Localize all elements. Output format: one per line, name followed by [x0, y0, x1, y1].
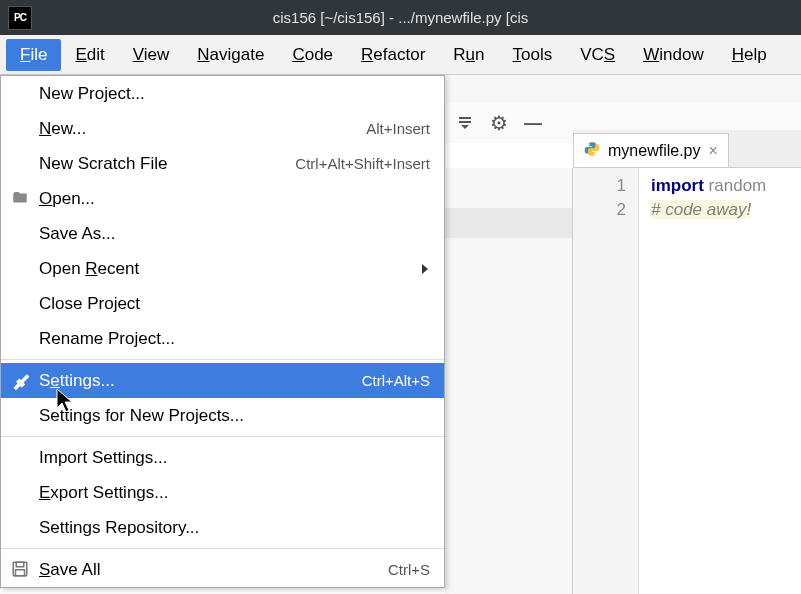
svg-rect-3	[459, 117, 471, 119]
code-editor[interactable]: 1 2 import random # code away!	[573, 168, 801, 594]
svg-rect-2	[16, 569, 25, 575]
python-file-icon	[584, 141, 600, 161]
code-area[interactable]: import random # code away!	[639, 168, 766, 594]
menu-separator	[1, 548, 444, 549]
file-menu-dropdown: New Project... New...Alt+Insert New Scra…	[0, 75, 445, 588]
menu-vcs[interactable]: VCS	[566, 39, 629, 71]
wrench-icon	[11, 371, 31, 391]
code-line: import random	[651, 174, 766, 198]
menu-refactor[interactable]: Refactor	[347, 39, 439, 71]
menu-separator	[1, 436, 444, 437]
collapse-icon[interactable]: —	[521, 111, 545, 135]
menu-rename-project[interactable]: Rename Project...	[1, 321, 444, 356]
menu-tools[interactable]: Tools	[499, 39, 567, 71]
menu-code[interactable]: Code	[278, 39, 347, 71]
menu-edit[interactable]: Edit	[61, 39, 118, 71]
tab-filename: mynewfile.py	[608, 142, 700, 160]
menu-import-settings[interactable]: Import Settings...	[1, 440, 444, 475]
menu-open[interactable]: Open...	[1, 181, 444, 216]
save-icon	[11, 560, 31, 580]
menu-window[interactable]: Window	[629, 39, 717, 71]
app-icon: PC	[8, 6, 32, 30]
menubar: File Edit View Navigate Code Refactor Ru…	[0, 35, 801, 75]
list-item[interactable]	[445, 208, 572, 238]
project-view	[445, 168, 573, 594]
menu-run[interactable]: Run	[439, 39, 498, 71]
menu-separator	[1, 359, 444, 360]
svg-rect-1	[16, 562, 24, 567]
menu-navigate[interactable]: Navigate	[183, 39, 278, 71]
close-icon[interactable]: ×	[708, 142, 717, 160]
code-line: # code away!	[651, 198, 766, 222]
svg-rect-4	[459, 121, 471, 123]
gear-icon[interactable]: ⚙	[487, 111, 511, 135]
menu-help[interactable]: Help	[718, 39, 781, 71]
menu-settings-new-project[interactable]: Settings for New Projects...	[1, 398, 444, 433]
chevron-right-icon	[420, 259, 430, 279]
line-number: 2	[573, 198, 626, 222]
editor-tab[interactable]: mynewfile.py ×	[573, 133, 729, 167]
menu-new-project[interactable]: New Project...	[1, 76, 444, 111]
editor-tabbar: mynewfile.py ×	[573, 130, 801, 168]
menu-file[interactable]: File	[6, 39, 61, 71]
dropdown-arrow-icon[interactable]	[453, 111, 477, 135]
menu-settings[interactable]: Settings... Ctrl+Alt+S	[1, 363, 444, 398]
line-gutter: 1 2	[573, 168, 639, 594]
menu-open-recent[interactable]: Open Recent	[1, 251, 444, 286]
folder-icon	[11, 189, 31, 209]
menu-new[interactable]: New...Alt+Insert	[1, 111, 444, 146]
line-number: 1	[573, 174, 626, 198]
menu-settings-repo[interactable]: Settings Repository...	[1, 510, 444, 545]
menu-view[interactable]: View	[119, 39, 184, 71]
menu-new-scratch[interactable]: New Scratch FileCtrl+Alt+Shift+Insert	[1, 146, 444, 181]
menu-save-as[interactable]: Save As...	[1, 216, 444, 251]
menu-export-settings[interactable]: Export Settings...	[1, 475, 444, 510]
menu-save-all[interactable]: Save All Ctrl+S	[1, 552, 444, 587]
menu-close-project[interactable]: Close Project	[1, 286, 444, 321]
window-titlebar: PC cis156 [~/cis156] - .../mynewfile.py …	[0, 0, 801, 35]
window-title: cis156 [~/cis156] - .../mynewfile.py [ci…	[0, 9, 801, 26]
